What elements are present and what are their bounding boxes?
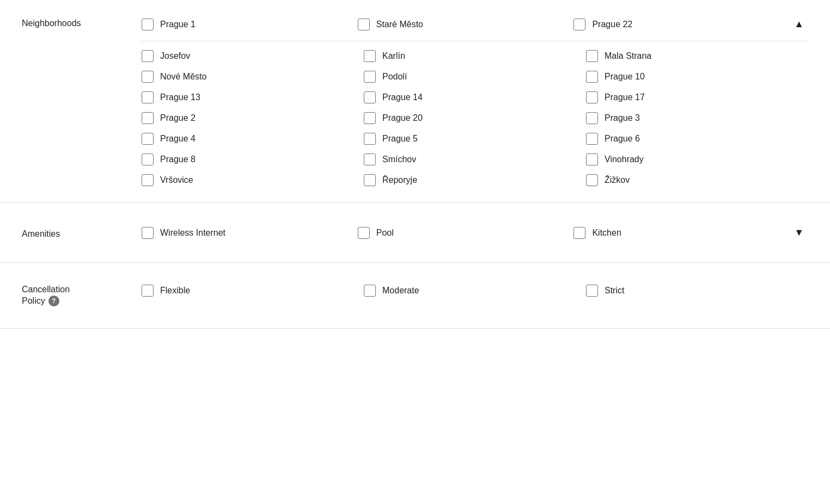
label-prague17: Prague 17 [605,93,645,102]
checkbox-item-prague10: Prague 10 [586,71,808,83]
checkbox-josefov[interactable] [142,50,154,62]
checkbox-prague10[interactable] [586,71,598,83]
checkbox-item-prague14: Prague 14 [364,91,586,103]
checkbox-item-prague8: Prague 8 [142,153,364,165]
checkbox-item-reporyje: Řeporyje [364,174,586,186]
checkbox-smichov[interactable] [364,153,376,165]
neighborhoods-section: Neighborhoods Prague 1 Staré Město Pragu… [0,0,830,203]
checkbox-prague1[interactable] [142,19,154,30]
grid-row-2: Nové Město Podolí Prague 10 [142,71,808,83]
label-josefov: Josefov [160,51,190,61]
label-wireless: Wireless Internet [160,228,225,238]
checkbox-prague6[interactable] [586,133,598,145]
checkbox-item-pool: Pool [358,227,574,239]
checkbox-nove-mesto[interactable] [142,71,154,83]
checkbox-prague13[interactable] [142,91,154,103]
label-podoli: Podolí [382,72,407,82]
checkbox-item-podoli: Podolí [364,71,586,83]
checkbox-item-stare-mesto: Staré Město [358,19,574,30]
page-container: Neighborhoods Prague 1 Staré Město Pragu… [0,0,830,504]
checkbox-item-smichov: Smíchov [364,153,586,165]
checkbox-prague14[interactable] [364,91,376,103]
amenities-row: Wireless Internet Pool Kitchen ▼ [142,225,808,241]
checkbox-item-kitchen: Kitchen [573,227,790,239]
label-prague8: Prague 8 [160,155,196,164]
label-prague10: Prague 10 [605,72,645,82]
checkbox-zizkov[interactable] [586,174,598,186]
label-mala-strana: Mala Strana [605,51,651,61]
cancellation-row: Flexible Moderate Strict [142,285,808,297]
checkbox-item-prague3: Prague 3 [586,112,808,124]
checkbox-podoli[interactable] [364,71,376,83]
cancellation-content: Flexible Moderate Strict [142,285,808,297]
checkbox-kitchen[interactable] [573,227,585,239]
checkbox-item-moderate: Moderate [364,285,586,297]
checkbox-prague3[interactable] [586,112,598,124]
checkbox-vrsovice[interactable] [142,174,154,186]
checkbox-prague20[interactable] [364,112,376,124]
checkbox-moderate[interactable] [364,285,376,297]
checkbox-item-wireless: Wireless Internet [142,227,358,239]
checkbox-item-karlin: Karlín [364,50,586,62]
checkbox-strict[interactable] [586,285,598,297]
grid-row-6: Prague 8 Smíchov Vinohrady [142,153,808,165]
checkbox-flexible[interactable] [142,285,154,297]
checkbox-item-prague22: Prague 22 [573,19,790,30]
checkbox-prague5[interactable] [364,133,376,145]
label-vrsovice: Vršovice [160,175,193,185]
label-karlin: Karlín [382,51,405,61]
cancellation-help-icon[interactable]: ? [48,296,59,306]
checkbox-item-prague5: Prague 5 [364,133,586,145]
label-pool: Pool [376,228,394,238]
neighborhoods-grid: Josefov Karlín Mala Strana [142,50,808,186]
checkbox-prague17[interactable] [586,91,598,103]
checkbox-vinohrady[interactable] [586,153,598,165]
checkbox-item-flexible: Flexible [142,285,364,297]
checkbox-item-prague2: Prague 2 [142,112,364,124]
label-prague2: Prague 2 [160,113,196,123]
checkbox-item-josefov: Josefov [142,50,364,62]
checkbox-item-prague1: Prague 1 [142,19,358,30]
checkbox-item-prague17: Prague 17 [586,91,808,103]
label-zizkov: Žižkov [605,175,630,185]
checkbox-reporyje[interactable] [364,174,376,186]
label-prague20: Prague 20 [382,113,423,123]
label-strict: Strict [605,286,624,296]
checkbox-stare-mesto[interactable] [358,19,370,30]
neighborhoods-content: Prague 1 Staré Město Prague 22 ▲ [142,16,808,186]
label-prague5: Prague 5 [382,134,418,144]
checkbox-prague22[interactable] [573,19,585,30]
checkbox-item-prague20: Prague 20 [364,112,586,124]
amenities-section: Amenities Wireless Internet Pool Kitchen [0,203,830,263]
checkbox-wireless[interactable] [142,227,154,239]
cancellation-header: Cancellation Policy ? Flexible Moderate [0,274,830,317]
checkbox-mala-strana[interactable] [586,50,598,62]
label-prague14: Prague 14 [382,93,423,102]
label-reporyje: Řeporyje [382,175,417,185]
neighborhoods-collapse-button[interactable]: ▲ [790,16,808,32]
checkbox-prague8[interactable] [142,153,154,165]
label-prague4: Prague 4 [160,134,196,144]
neighborhoods-top-row: Prague 1 Staré Město Prague 22 ▲ [142,16,808,41]
label-prague3: Prague 3 [605,113,640,123]
checkbox-prague2[interactable] [142,112,154,124]
checkbox-item-prague6: Prague 6 [586,133,808,145]
checkbox-item-strict: Strict [586,285,808,297]
checkbox-item-prague13: Prague 13 [142,91,364,103]
checkbox-prague4[interactable] [142,133,154,145]
label-flexible: Flexible [160,286,190,296]
cancellation-label-line2: Policy ? [22,296,142,306]
amenities-label: Amenities [22,227,142,239]
label-prague13: Prague 13 [160,93,200,102]
checkbox-item-vinohrady: Vinohrady [586,153,808,165]
cancellation-section: Cancellation Policy ? Flexible Moderate [0,263,830,329]
label-kitchen: Kitchen [592,228,621,238]
checkbox-item-vrsovice: Vršovice [142,174,364,186]
cancellation-label-wrap: Cancellation Policy ? [22,285,142,306]
label-prague6: Prague 6 [605,134,640,144]
label-nove-mesto: Nové Město [160,72,206,82]
amenities-expand-button[interactable]: ▼ [790,225,808,241]
cancellation-label-line1: Cancellation [22,285,142,294]
checkbox-pool[interactable] [358,227,370,239]
checkbox-karlin[interactable] [364,50,376,62]
